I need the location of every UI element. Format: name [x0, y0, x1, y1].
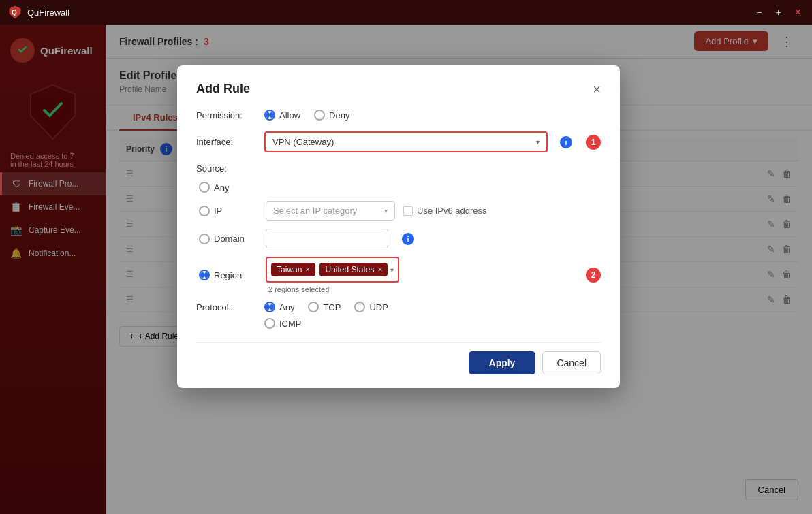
use-ipv6-checkbox[interactable] [403, 206, 413, 216]
source-label: Source: [196, 163, 601, 174]
region-dropdown-arrow-icon: ▾ [390, 266, 394, 274]
taiwan-tag: Taiwan × [271, 263, 315, 276]
interface-row: Interface: VPN (Gateway) ▾ i 1 [196, 131, 601, 152]
source-region-option[interactable]: Region [196, 270, 257, 280]
domain-input[interactable] [266, 229, 388, 248]
protocol-icmp-radio [264, 318, 275, 329]
source-domain-row: Domain i [196, 229, 601, 248]
ip-category-placeholder: Select an IP category [273, 206, 357, 216]
interface-info-badge: i [560, 136, 572, 148]
source-domain-option[interactable]: Domain [196, 234, 257, 244]
domain-radio [199, 234, 210, 244]
permission-row: Permission: Allow Deny [196, 110, 601, 121]
protocol-icmp-option[interactable]: ICMP [264, 318, 302, 329]
source-any-row: Any [196, 182, 601, 193]
protocol-any-option[interactable]: Any [264, 302, 294, 312]
use-ipv6-label: Use IPv6 address [403, 206, 487, 216]
apply-button[interactable]: Apply [469, 351, 536, 374]
protocol-tcp-option[interactable]: TCP [308, 302, 341, 312]
region-tags: Taiwan × United States × [271, 263, 388, 276]
protocol-tcp-label: TCP [323, 302, 341, 312]
allow-radio-circle [264, 110, 275, 121]
interface-select-wrapper: VPN (Gateway) ▾ [264, 131, 548, 152]
ip-category-arrow-icon: ▾ [384, 207, 388, 214]
dialog-title: Add Rule [196, 82, 250, 96]
any-radio [199, 182, 210, 193]
dialog-close-button[interactable]: × [593, 82, 601, 96]
ip-category-dropdown[interactable]: Select an IP category ▾ [266, 201, 395, 221]
source-any-option[interactable]: Any [196, 182, 229, 193]
protocol-any-radio [264, 302, 275, 312]
united-states-tag-label: United States [325, 265, 374, 274]
protocol-udp-label: UDP [369, 302, 388, 312]
app-window: Q QuFirewall − + × QuFirewall [0, 0, 812, 514]
region-radio [199, 270, 210, 280]
united-states-tag-close-icon[interactable]: × [377, 265, 382, 274]
regions-selected-text: 2 regions selected [268, 285, 329, 293]
region-select-wrapper[interactable]: Taiwan × United States × ▾ [266, 257, 399, 283]
protocol-tcp-radio [308, 302, 319, 312]
add-rule-dialog: Add Rule × Permission: Allow [177, 65, 620, 388]
region-label: Region [214, 270, 242, 280]
use-ipv6-text: Use IPv6 address [417, 206, 487, 216]
domain-label: Domain [214, 234, 245, 244]
united-states-tag: United States × [319, 263, 388, 276]
any-label: Any [214, 182, 229, 193]
interface-label: Interface: [196, 137, 264, 147]
source-ip-option[interactable]: IP [196, 206, 257, 216]
interface-dropdown[interactable]: VPN (Gateway) [272, 137, 533, 147]
protocol-udp-radio [354, 302, 365, 312]
step1-badge: 1 [586, 135, 601, 150]
step2-badge: 2 [586, 268, 601, 283]
protocol-udp-option[interactable]: UDP [354, 302, 388, 312]
source-ip-row: IP Select an IP category ▾ Use IPv6 addr… [196, 201, 601, 221]
dialog-header: Add Rule × [196, 82, 601, 96]
icmp-row: ICMP [196, 318, 601, 329]
ip-label: IP [214, 206, 222, 216]
ip-radio [199, 206, 210, 216]
protocol-icmp-label: ICMP [279, 319, 302, 329]
deny-label: Deny [329, 110, 349, 121]
deny-radio-circle [314, 110, 325, 121]
dialog-footer: Apply Cancel [196, 342, 601, 374]
protocol-label: Protocol: [196, 302, 264, 312]
taiwan-tag-label: Taiwan [277, 265, 302, 274]
app-title: QuFirewall [27, 7, 69, 18]
source-section: Source: Any IP Select an IP category [196, 163, 601, 293]
title-bar: Q QuFirewall − + × [0, 0, 812, 25]
protocol-row: Protocol: Any TCP [196, 302, 601, 312]
allow-label: Allow [279, 110, 300, 121]
permission-label: Permission: [196, 110, 264, 121]
cancel-button[interactable]: Cancel [542, 351, 601, 374]
domain-info-badge: i [402, 233, 414, 245]
svg-text:Q: Q [12, 9, 17, 16]
taiwan-tag-close-icon[interactable]: × [305, 265, 310, 274]
close-button[interactable]: × [792, 6, 804, 18]
app-icon: Q [8, 5, 22, 19]
source-region-row: Region Taiwan × United States [196, 257, 601, 293]
interface-dropdown-arrow-icon: ▾ [536, 138, 540, 146]
permission-deny-option[interactable]: Deny [314, 110, 349, 121]
protocol-any-label: Any [279, 302, 294, 312]
permission-allow-option[interactable]: Allow [264, 110, 300, 121]
protocol-radio-group: Any TCP UDP [264, 302, 388, 312]
permission-radio-group: Allow Deny [264, 110, 349, 121]
minimize-button[interactable]: − [753, 7, 764, 18]
main-content: QuFirewall Denied access to 7 in the las… [0, 25, 812, 514]
maximize-button[interactable]: + [772, 7, 783, 18]
